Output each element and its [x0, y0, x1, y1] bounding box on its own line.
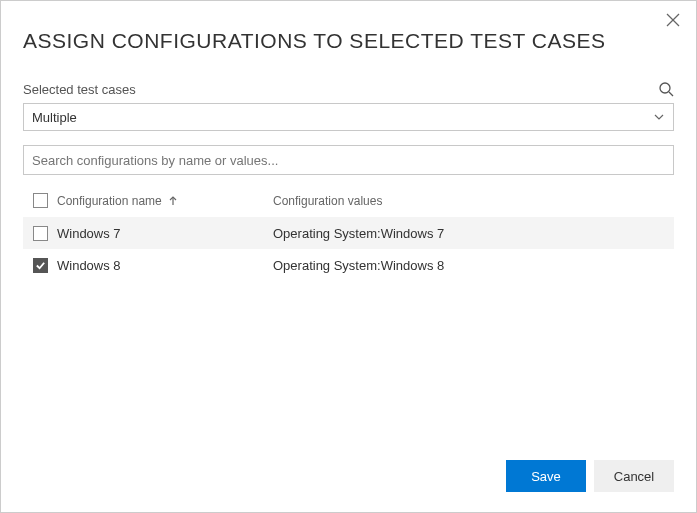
row-name: Windows 7 — [57, 226, 273, 241]
config-search-box[interactable] — [23, 145, 674, 175]
close-button[interactable] — [666, 13, 682, 29]
column-header-name[interactable]: Configuration name — [57, 190, 273, 212]
row-values: Operating System:Windows 7 — [273, 226, 674, 241]
row-checkbox[interactable] — [33, 258, 48, 273]
row-values: Operating System:Windows 8 — [273, 258, 674, 273]
row-name: Windows 8 — [57, 258, 273, 273]
configurations-table: Configuration name Configuration values … — [23, 185, 674, 281]
dropdown-value: Multiple — [32, 110, 77, 125]
svg-line-3 — [669, 92, 673, 96]
selected-cases-row: Selected test cases — [23, 81, 674, 97]
svg-point-2 — [660, 83, 670, 93]
chevron-down-icon — [653, 111, 665, 123]
config-search-input[interactable] — [32, 153, 665, 168]
search-icon[interactable] — [658, 81, 674, 97]
save-button[interactable]: Save — [506, 460, 586, 492]
table-row[interactable]: Windows 8 Operating System:Windows 8 — [23, 249, 674, 281]
row-checkbox[interactable] — [33, 226, 48, 241]
table-header: Configuration name Configuration values — [23, 185, 674, 217]
dialog-footer: Save Cancel — [23, 448, 674, 492]
column-header-name-label: Configuration name — [57, 194, 162, 208]
assign-configurations-dialog: ASSIGN CONFIGURATIONS TO SELECTED TEST C… — [0, 0, 697, 513]
column-header-values-label: Configuration values — [273, 194, 382, 208]
selected-cases-dropdown[interactable]: Multiple — [23, 103, 674, 131]
table-row[interactable]: Windows 7 Operating System:Windows 7 — [23, 217, 674, 249]
selected-cases-label: Selected test cases — [23, 82, 136, 97]
dialog-title: ASSIGN CONFIGURATIONS TO SELECTED TEST C… — [23, 29, 674, 53]
close-icon — [666, 13, 680, 27]
sort-asc-icon — [168, 196, 178, 206]
column-header-values[interactable]: Configuration values — [273, 190, 674, 212]
cancel-button[interactable]: Cancel — [594, 460, 674, 492]
select-all-checkbox[interactable] — [33, 193, 48, 208]
